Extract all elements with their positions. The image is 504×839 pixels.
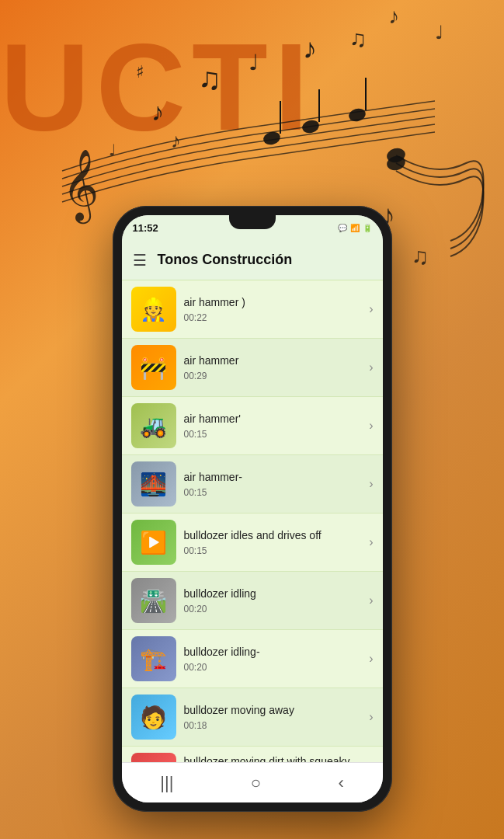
list-item[interactable]: ▶️ bulldozer idles and drives off 00:15 …	[122, 513, 383, 572]
status-notch	[229, 215, 276, 229]
home-button[interactable]: ○	[235, 767, 276, 799]
chevron-right-icon: ›	[369, 710, 373, 724]
chevron-right-icon: ›	[369, 419, 373, 433]
chevron-right-icon: ›	[369, 360, 373, 374]
item-thumbnail: 👷	[131, 287, 176, 332]
chevron-right-icon: ›	[369, 302, 373, 316]
item-thumbnail: ▶️	[131, 520, 176, 565]
item-duration: 00:18	[184, 720, 362, 731]
list-item[interactable]: 👷 air hammer ) 00:22 ›	[122, 280, 383, 339]
phone-screen: 11:52 💬 📶 🔋 ☰ Tonos Construcción 👷	[122, 215, 383, 802]
phone-container: 11:52 💬 📶 🔋 ☰ Tonos Construcción 👷	[113, 206, 392, 812]
item-title: air hammer'	[184, 412, 362, 426]
chevron-right-icon: ›	[369, 652, 373, 666]
chevron-right-icon: ›	[369, 594, 373, 607]
app-bar: ☰ Tonos Construcción	[122, 240, 383, 280]
item-duration: 00:15	[184, 487, 362, 498]
item-text-block: air hammer- 00:15	[176, 470, 370, 497]
item-text-block: bulldozer moving away 00:18	[176, 703, 370, 730]
item-title: air hammer )	[184, 295, 362, 309]
item-emoji: 🛣️	[140, 588, 167, 614]
list-item[interactable]: 🏗️ bulldozer idling- 00:20 ›	[122, 630, 383, 688]
status-time: 11:52	[133, 222, 158, 234]
battery-icon: 🔋	[363, 224, 372, 232]
item-emoji: 🚧	[140, 355, 167, 381]
list-item[interactable]: 🚒 bulldozer moving dirt with squeaky tra…	[122, 747, 383, 762]
item-thumbnail: 🌉	[131, 461, 176, 507]
list-item[interactable]: 🧑 bulldozer moving away 00:18 ›	[122, 688, 383, 747]
list-item[interactable]: 🌉 air hammer- 00:15 ›	[122, 455, 383, 513]
item-duration: 00:20	[184, 662, 362, 673]
app-title: Tonos Construcción	[158, 252, 372, 268]
bg-text: UCTI	[0, 16, 315, 158]
item-emoji: 🏗️	[140, 646, 167, 672]
item-emoji: 🌉	[140, 472, 167, 497]
item-title: bulldozer idles and drives off	[184, 528, 362, 542]
item-thumbnail: 🧑	[131, 695, 176, 740]
list-item[interactable]: 🚧 air hammer 00:29 ›	[122, 339, 383, 397]
item-title: air hammer-	[184, 470, 362, 484]
item-emoji: 🚜	[140, 413, 167, 439]
item-text-block: air hammer 00:29	[176, 353, 370, 381]
sound-list[interactable]: 👷 air hammer ) 00:22 › 🚧 air hammer 00:2…	[122, 280, 383, 762]
list-item[interactable]: 🚜 air hammer' 00:15 ›	[122, 397, 383, 455]
item-text-block: air hammer' 00:15	[176, 412, 370, 439]
item-text-block: bulldozer idling 00:20	[176, 587, 370, 614]
phone-outer: 11:52 💬 📶 🔋 ☰ Tonos Construcción 👷	[113, 206, 392, 812]
item-duration: 00:29	[184, 371, 362, 381]
item-text-block: bulldozer idles and drives off 00:15	[176, 528, 370, 555]
item-emoji: ▶️	[140, 530, 167, 555]
item-thumbnail: 🚜	[131, 403, 176, 448]
item-thumbnail: 🛣️	[131, 578, 176, 623]
chevron-right-icon: ›	[369, 477, 373, 491]
item-duration: 00:15	[184, 429, 362, 440]
menu-button[interactable]: ☰	[133, 251, 147, 270]
item-title: bulldozer idling	[184, 587, 362, 601]
item-title: bulldozer idling-	[184, 645, 362, 659]
item-duration: 00:20	[184, 604, 362, 614]
bottom-navigation: ||| ○ ‹	[122, 762, 383, 802]
back-button[interactable]: ‹	[322, 767, 359, 799]
item-thumbnail: 🏗️	[131, 636, 176, 681]
item-emoji: 👷	[140, 297, 167, 322]
recent-apps-button[interactable]: |||	[144, 767, 189, 799]
chevron-right-icon: ›	[369, 535, 373, 549]
item-title: bulldozer moving dirt with squeaky track…	[184, 754, 362, 762]
item-text-block: bulldozer moving dirt with squeaky track…	[176, 754, 370, 762]
whatsapp-icon: 💬	[338, 224, 347, 232]
item-duration: 00:15	[184, 545, 362, 556]
item-title: bulldozer moving away	[184, 703, 362, 717]
item-duration: 00:22	[184, 312, 362, 323]
status-icons: 💬 📶 🔋	[338, 224, 372, 232]
item-emoji: 🧑	[140, 705, 167, 730]
list-item[interactable]: 🛣️ bulldozer idling 00:20 ›	[122, 572, 383, 630]
wifi-icon: 📶	[350, 224, 360, 232]
item-text-block: air hammer ) 00:22	[176, 295, 370, 322]
item-title: air hammer	[184, 353, 362, 367]
item-thumbnail: 🚒	[131, 753, 176, 762]
item-thumbnail: 🚧	[131, 345, 176, 390]
item-text-block: bulldozer idling- 00:20	[176, 645, 370, 672]
